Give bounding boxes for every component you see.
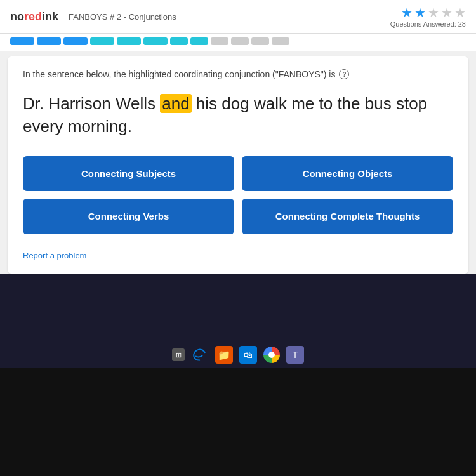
instruction-label: In the sentence below, the highlighted c…: [23, 69, 335, 79]
taskbar-chrome-icon[interactable]: [263, 347, 280, 363]
questions-answered: Questions Answered: 28: [390, 20, 466, 28]
taskbar-file-icon[interactable]: 📁: [215, 346, 233, 364]
logo-no: no: [10, 10, 24, 23]
logo-red: red: [24, 10, 42, 23]
progress-seg-6: [143, 37, 168, 45]
star-5: ★: [454, 5, 466, 20]
stars-row: ★ ★ ★ ★ ★: [401, 5, 466, 20]
progress-seg-1: [10, 37, 34, 45]
progress-seg-9: [211, 37, 228, 45]
progress-bar-area: [0, 34, 476, 51]
progress-seg-7: [170, 37, 188, 45]
star-4: ★: [441, 5, 453, 20]
sentence: Dr. Harrison Wells and his dog walk me t…: [23, 92, 453, 138]
progress-seg-5: [117, 37, 141, 45]
instruction-text: In the sentence below, the highlighted c…: [23, 69, 453, 79]
taskbar-store-icon[interactable]: 🛍: [239, 346, 257, 364]
star-2: ★: [414, 5, 426, 20]
assignment-title: FANBOYS # 2 - Conjunctions: [69, 12, 176, 22]
btn-connecting-subjects[interactable]: Connecting Subjects: [23, 156, 234, 192]
main-content: In the sentence below, the highlighted c…: [8, 56, 468, 274]
taskbar-widget-icon[interactable]: ⊞: [172, 348, 185, 361]
help-icon[interactable]: ?: [339, 69, 349, 79]
btn-connecting-complete[interactable]: Connecting Complete Thoughts: [242, 199, 453, 234]
taskbar-teams-icon[interactable]: T: [286, 346, 304, 364]
progress-seg-2: [37, 37, 61, 45]
btn-connecting-objects[interactable]: Connecting Objects: [242, 156, 453, 192]
sentence-before: Dr. Harrison Wells: [23, 94, 160, 113]
progress-seg-3: [63, 37, 88, 45]
star-3: ★: [428, 5, 439, 20]
progress-seg-12: [272, 37, 289, 45]
progress-seg-8: [190, 37, 208, 45]
answer-grid: Connecting Subjects Connecting Objects C…: [23, 156, 453, 234]
report-problem-link[interactable]: Report a problem: [23, 251, 86, 260]
top-bar: noredink FANBOYS # 2 - Conjunctions ★ ★ …: [0, 0, 476, 34]
stars-area: ★ ★ ★ ★ ★ Questions Answered: 28: [390, 5, 466, 28]
logo: noredink: [10, 10, 58, 23]
btn-connecting-verbs[interactable]: Connecting Verbs: [23, 199, 234, 234]
logo-ink: ink: [42, 10, 58, 23]
star-1: ★: [401, 5, 413, 20]
taskbar-edge-icon[interactable]: [191, 346, 209, 364]
progress-seg-4: [90, 37, 114, 45]
highlighted-conjunction: and: [160, 94, 191, 113]
logo-area: noredink FANBOYS # 2 - Conjunctions: [10, 10, 176, 23]
progress-seg-10: [231, 37, 249, 45]
dark-bottom-area: [0, 368, 476, 476]
taskbar: ⊞ 📁 🛍 T: [0, 341, 476, 368]
progress-seg-11: [251, 37, 269, 45]
